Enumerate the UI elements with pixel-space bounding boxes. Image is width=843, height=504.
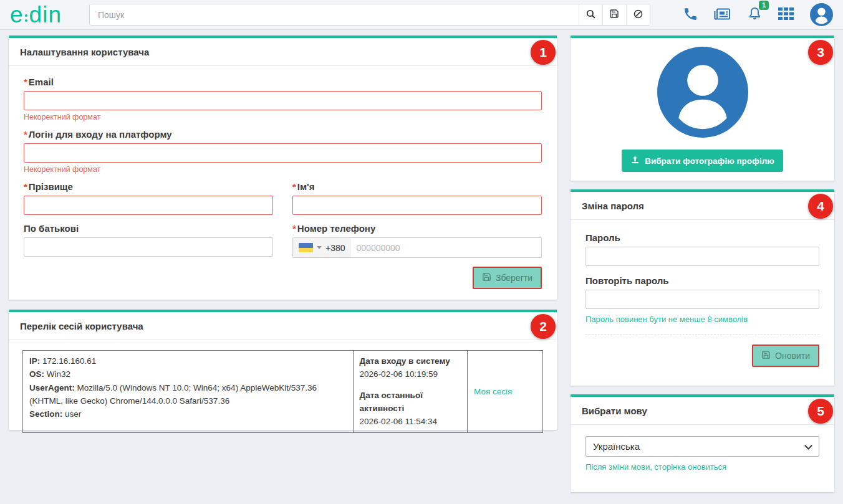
language-select[interactable]: Українська <box>585 436 819 457</box>
logo-text-din: din <box>29 4 62 26</box>
required-asterisk: * <box>24 77 27 87</box>
login-label: *Логін для входу на платформу <box>24 129 542 140</box>
upload-photo-label: Вибрати фотографію профілю <box>645 156 774 166</box>
first-name-label: *Ім'я <box>292 181 542 192</box>
floppy-icon <box>609 9 619 21</box>
logo-text-e: e <box>10 4 24 26</box>
notification-count-badge: 1 <box>759 1 769 10</box>
save-button-label: Зберегти <box>496 273 532 283</box>
phone-field[interactable] <box>351 243 541 253</box>
search-input[interactable] <box>90 4 579 25</box>
annotation-badge-1: 1 <box>531 40 556 65</box>
newspaper-icon <box>714 6 731 24</box>
edin-logo[interactable]: e din <box>10 4 62 26</box>
email-field[interactable] <box>24 91 542 110</box>
ukraine-flag-icon <box>299 243 313 252</box>
save-search-button[interactable] <box>602 4 626 25</box>
profile-menu-button[interactable] <box>810 3 833 26</box>
required-asterisk: * <box>24 181 27 192</box>
required-asterisk: * <box>292 223 296 234</box>
search-button[interactable] <box>579 4 602 25</box>
profile-photo-panel: 3 Вибрати фотографію профілю <box>571 36 834 181</box>
notifications-button[interactable]: 1 <box>747 6 763 24</box>
sessions-title: Перелік сесій користувача <box>9 312 557 340</box>
global-search-bar <box>89 4 650 26</box>
repeat-password-field[interactable] <box>585 290 819 309</box>
main-content: 1 Налаштування користувача *Email Некоре… <box>0 30 843 492</box>
chevron-down-icon <box>317 246 322 249</box>
sessions-table: IP: 172.16.160.61 OS: Win32 UserAgent: M… <box>22 350 543 433</box>
repeat-password-label: Повторіть пароль <box>585 275 819 286</box>
session-row: IP: 172.16.160.61 OS: Win32 UserAgent: M… <box>23 351 543 433</box>
language-panel: 5 Вибрати мову Українська Після зміни мо… <box>571 394 834 492</box>
news-button[interactable] <box>714 6 731 24</box>
upload-photo-button[interactable]: Вибрати фотографію профілю <box>622 150 783 172</box>
logo-dots <box>25 14 27 22</box>
annotation-badge-5: 5 <box>808 399 833 424</box>
save-button[interactable]: Зберегти <box>473 267 542 289</box>
change-password-title: Зміна пароля <box>571 192 834 220</box>
apps-grid-button[interactable] <box>778 7 794 22</box>
header-icon-menu: 1 <box>683 3 833 26</box>
phone-button[interactable] <box>683 6 698 24</box>
phone-prefix: +380 <box>325 243 345 253</box>
first-name-field[interactable] <box>292 196 542 215</box>
last-name-field[interactable] <box>24 196 273 215</box>
annotation-badge-2: 2 <box>531 314 556 339</box>
login-date-value: 2026-02-06 10:19:59 <box>360 368 461 381</box>
language-hint: Після зміни мови, сторінка оновиться <box>585 462 819 472</box>
change-password-panel: 4 Зміна пароля Пароль Повторіть пароль П… <box>571 189 834 386</box>
annotation-badge-4: 4 <box>808 194 833 219</box>
profile-avatar-placeholder <box>657 47 748 140</box>
user-settings-title: Налаштування користувача <box>9 38 557 66</box>
password-field[interactable] <box>585 247 819 266</box>
my-session-link[interactable]: Моя сесія <box>474 387 512 396</box>
divider <box>585 335 819 335</box>
ban-icon <box>633 9 643 21</box>
user-settings-panel: 1 Налаштування користувача *Email Некоре… <box>9 36 557 300</box>
annotation-badge-3: 3 <box>808 40 833 65</box>
required-asterisk: * <box>292 181 296 192</box>
upload-icon <box>630 155 640 166</box>
update-button-label: Оновити <box>775 351 810 361</box>
middle-name-label: По батькові <box>24 223 273 234</box>
country-code-dropdown[interactable]: +380 <box>293 238 351 257</box>
login-field[interactable] <box>24 143 542 163</box>
login-error-text: Некоректний формат <box>24 165 542 174</box>
required-asterisk: * <box>24 129 27 140</box>
session-action-cell: Моя сесія <box>468 351 543 433</box>
email-label: *Email <box>24 77 542 87</box>
clear-search-button[interactable] <box>626 4 650 25</box>
last-name-label: *Прізвище <box>24 181 273 192</box>
language-title: Вибрати мову <box>571 397 834 425</box>
password-label: Пароль <box>585 232 819 243</box>
avatar-icon <box>810 3 833 26</box>
floppy-icon <box>482 272 491 283</box>
top-header: e din <box>0 0 843 30</box>
search-icon <box>585 9 596 21</box>
session-info-cell: IP: 172.16.160.61 OS: Win32 UserAgent: M… <box>23 351 354 433</box>
phone-icon <box>683 6 698 24</box>
session-dates-cell: Дата входу в систему 2026-02-06 10:19:59… <box>353 351 467 433</box>
password-hint: Пароль повинен бути не менше 8 символів <box>585 315 819 324</box>
phone-label: *Номер телефону <box>292 223 542 234</box>
email-error-text: Некоректний формат <box>24 113 542 121</box>
phone-input-group: +380 <box>292 237 542 258</box>
middle-name-field[interactable] <box>24 237 273 257</box>
update-password-button[interactable]: Оновити <box>752 345 819 367</box>
activity-date-value: 2026-02-06 11:54:34 <box>360 415 461 428</box>
grid-icon <box>778 7 794 22</box>
floppy-icon <box>761 350 771 361</box>
sessions-panel: 2 Перелік сесій користувача IP: 172.16.1… <box>9 310 557 430</box>
